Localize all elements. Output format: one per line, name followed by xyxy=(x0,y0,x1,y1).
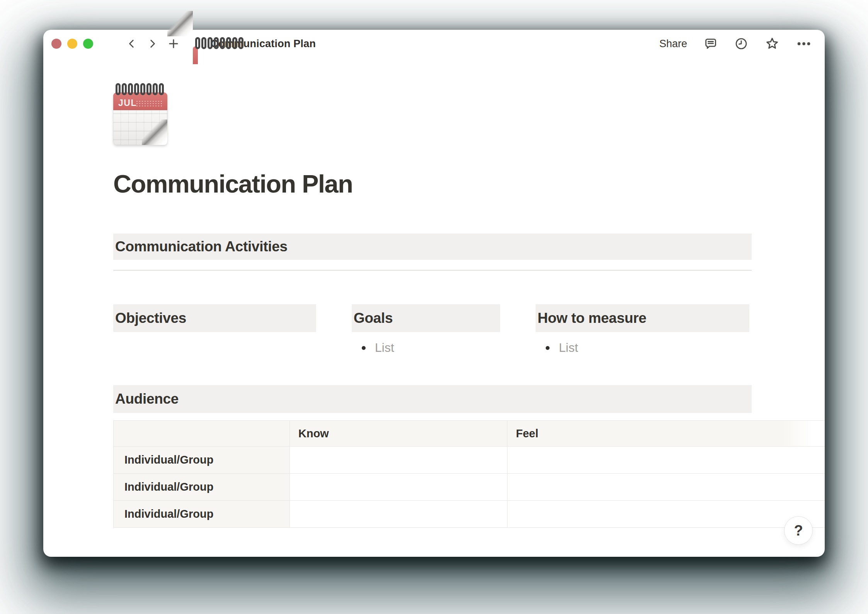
bullet-icon xyxy=(362,346,366,350)
column-layout: Objectives Goals List How to measure Lis… xyxy=(113,304,752,355)
table-header-feel[interactable]: Feel xyxy=(507,421,825,446)
list-item[interactable]: List xyxy=(536,341,749,355)
table-header-know[interactable]: Know xyxy=(290,421,507,446)
table-header-row: Know Feel xyxy=(114,421,825,446)
heading-audience[interactable]: Audience xyxy=(113,385,752,413)
calendar-dots xyxy=(136,100,163,107)
table-cell[interactable] xyxy=(290,474,507,500)
calendar-month-label: JUL xyxy=(118,98,137,108)
table-row: Individual/Group xyxy=(114,446,825,473)
column-objectives: Objectives xyxy=(113,304,316,355)
document-page: JUL Communication Plan Communication Act… xyxy=(113,30,752,528)
heading-objectives[interactable]: Objectives xyxy=(113,304,316,332)
table-row: Individual/Group xyxy=(114,473,825,500)
table-cell[interactable] xyxy=(290,447,507,473)
table-cell[interactable] xyxy=(507,474,825,500)
heading-goals[interactable]: Goals xyxy=(352,304,500,332)
table-cell[interactable] xyxy=(507,501,825,527)
row-label-cell[interactable]: Individual/Group xyxy=(114,447,290,473)
table-header-empty[interactable] xyxy=(114,421,290,446)
list-item[interactable]: List xyxy=(352,341,500,355)
column-goals: Goals List xyxy=(352,304,500,355)
minimize-window-button[interactable] xyxy=(67,39,77,49)
favorite-button[interactable] xyxy=(765,36,779,51)
close-window-button[interactable] xyxy=(51,39,61,49)
app-window: JUL Communication Plan Share xyxy=(43,30,825,557)
desktop: { "toolbar": { "doc_title": "Communicati… xyxy=(0,0,868,614)
more-options-button[interactable] xyxy=(796,37,812,51)
row-label-cell[interactable]: Individual/Group xyxy=(114,501,290,527)
window-controls xyxy=(51,39,93,49)
divider xyxy=(113,270,752,271)
table-row: Individual/Group xyxy=(114,500,825,527)
page-title[interactable]: Communication Plan xyxy=(113,169,752,199)
audience-table: Know Feel Individual/Group Individual/Gr… xyxy=(113,420,825,528)
list-item-placeholder: List xyxy=(559,341,578,355)
table-cell[interactable] xyxy=(507,447,825,473)
zoom-window-button[interactable] xyxy=(83,39,93,49)
bullet-icon xyxy=(546,346,550,350)
page-icon-calendar-emoji[interactable]: JUL xyxy=(113,82,167,145)
help-button[interactable]: ? xyxy=(784,516,813,545)
calendar-spiral-rings xyxy=(113,82,167,96)
list-item-placeholder: List xyxy=(375,341,394,355)
heading-communication-activities[interactable]: Communication Activities xyxy=(113,234,752,260)
row-label-cell[interactable]: Individual/Group xyxy=(114,474,290,500)
column-how-to-measure: How to measure List xyxy=(536,304,749,355)
heading-how-to-measure[interactable]: How to measure xyxy=(536,304,749,332)
calendar-page-curl xyxy=(142,119,167,145)
star-icon xyxy=(765,36,779,51)
ellipsis-icon xyxy=(796,37,812,51)
table-cell[interactable] xyxy=(290,501,507,527)
